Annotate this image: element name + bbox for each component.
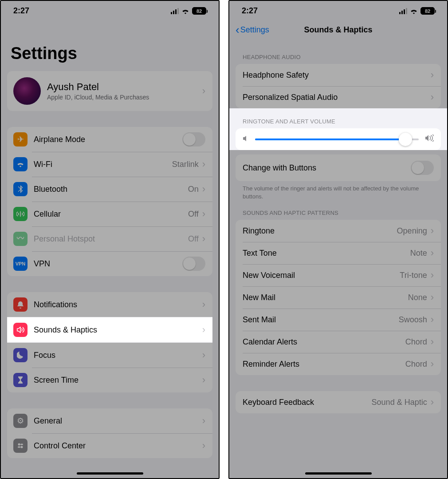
general-row[interactable]: ⚙︎ General › [7, 408, 212, 433]
chevron-right-icon: › [431, 92, 434, 102]
chevron-right-icon: › [202, 159, 205, 169]
change-buttons-group: Change with Buttons [236, 154, 441, 181]
slider-thumb[interactable] [399, 133, 412, 146]
keyboard-feedback-row[interactable]: Keyboard Feedback Sound & Haptic › [236, 391, 441, 413]
cellular-row[interactable]: Cellular Off › [7, 202, 212, 226]
home-indicator[interactable] [305, 472, 372, 475]
pattern-row-new-voicemail[interactable]: New VoicemailTri-tone› [236, 264, 441, 286]
chevron-right-icon: › [202, 300, 205, 309]
pattern-row-calendar-alerts[interactable]: Calendar AlertsChord› [236, 331, 441, 353]
speaker-icon [13, 323, 28, 337]
spatial-audio-row[interactable]: Personalized Spatial Audio › [236, 86, 441, 108]
wifi-icon [181, 8, 189, 14]
bluetooth-icon [13, 182, 28, 196]
focus-row[interactable]: Focus › [7, 343, 212, 368]
profile-sub: Apple ID, iCloud, Media & Purchases [47, 94, 202, 101]
status-bar: 2:27 82 [229, 1, 447, 17]
chevron-right-icon: › [202, 350, 205, 360]
headphone-safety-row[interactable]: Headphone Safety › [236, 64, 441, 86]
vpn-toggle[interactable] [182, 257, 205, 271]
airplane-icon: ✈︎ [13, 132, 28, 146]
wifi-row[interactable]: Wi-Fi Starlink › [7, 152, 212, 177]
patterns-header: Sounds and Haptic Patterns [229, 204, 447, 220]
chevron-right-icon: › [202, 325, 205, 335]
control-center-row[interactable]: Control Center › [7, 433, 212, 458]
nav-bar: ‹ Settings Sounds & Haptics [229, 18, 447, 41]
chevron-right-icon: › [431, 315, 434, 325]
chevron-right-icon: › [202, 416, 205, 426]
battery-icon: 82 [420, 7, 435, 15]
attention-group: Notifications › Sounds & Haptics › Focus… [7, 292, 212, 392]
left-phone: 2:27 82 Settings Ayush Patel Apple ID, i… [0, 0, 220, 479]
home-indicator[interactable] [77, 472, 143, 475]
chevron-right-icon: › [202, 86, 205, 96]
chevron-right-icon: › [431, 337, 434, 347]
change-buttons-footer: The volume of the ringer and alerts will… [229, 181, 447, 204]
change-with-buttons-toggle[interactable] [411, 161, 434, 175]
bluetooth-row[interactable]: Bluetooth On › [7, 177, 212, 202]
speaker-high-icon [425, 135, 434, 144]
chevron-right-icon: › [431, 70, 434, 80]
sounds-haptics-row[interactable]: Sounds & Haptics › [7, 317, 212, 343]
avatar [13, 77, 41, 105]
general-group: ⚙︎ General › Control Center › [7, 408, 212, 458]
headphone-group: Headphone Safety › Personalized Spatial … [236, 64, 441, 108]
chevron-right-icon: › [202, 441, 205, 451]
vpn-icon: VPN [13, 257, 28, 271]
hourglass-icon [13, 373, 28, 387]
svg-rect-2 [20, 444, 23, 445]
chevron-right-icon: › [431, 397, 434, 407]
ringtone-volume-section: Ringtone and Alert Volume [229, 108, 447, 150]
screentime-row[interactable]: Screen Time › [7, 368, 212, 392]
notifications-row[interactable]: Notifications › [7, 292, 212, 317]
chevron-right-icon: › [431, 359, 434, 369]
profile-card[interactable]: Ayush Patel Apple ID, iCloud, Media & Pu… [7, 71, 212, 111]
svg-point-0 [18, 443, 20, 446]
hotspot-icon [13, 232, 28, 246]
keyboard-group: Keyboard Feedback Sound & Haptic › [236, 391, 441, 413]
page-title: Settings [1, 17, 219, 71]
connectivity-group: ✈︎ Airplane Mode Wi-Fi Starlink › Blueto… [7, 127, 212, 276]
airplane-toggle[interactable] [182, 132, 205, 146]
right-phone: 2:27 82 ‹ Settings Sounds & Haptics Head… [228, 0, 448, 479]
svg-point-1 [21, 446, 23, 448]
svg-rect-3 [18, 447, 20, 448]
chevron-right-icon: › [431, 248, 434, 258]
sliders-icon [13, 439, 28, 453]
patterns-group: RingtoneOpening›Text ToneNote›New Voicem… [236, 220, 441, 375]
ringtone-volume-header: Ringtone and Alert Volume [229, 108, 447, 128]
pattern-row-text-tone[interactable]: Text ToneNote› [236, 242, 441, 264]
battery-icon: 82 [192, 7, 206, 15]
chevron-right-icon: › [431, 270, 434, 280]
pattern-row-sent-mail[interactable]: Sent MailSwoosh› [236, 309, 441, 331]
chevron-right-icon: › [202, 375, 205, 385]
cellular-signal-icon [171, 8, 179, 14]
speaker-low-icon [243, 135, 249, 144]
status-bar: 2:27 82 [1, 1, 219, 17]
chevron-right-icon: › [202, 234, 205, 244]
chevron-right-icon: › [431, 293, 434, 302]
cellular-signal-icon [399, 8, 407, 14]
status-time: 2:27 [242, 6, 258, 16]
pattern-row-reminder-alerts[interactable]: Reminder AlertsChord› [236, 353, 441, 375]
profile-name: Ayush Patel [47, 81, 202, 93]
gear-icon: ⚙︎ [13, 414, 28, 428]
volume-slider-card [236, 128, 441, 150]
chevron-right-icon: › [431, 226, 434, 236]
status-time: 2:27 [13, 6, 29, 16]
volume-slider[interactable] [255, 139, 419, 140]
airplane-row[interactable]: ✈︎ Airplane Mode [7, 127, 212, 152]
cellular-icon [13, 207, 28, 221]
hotspot-row[interactable]: Personal Hotspot Off › [7, 226, 212, 251]
wifi-icon [410, 8, 418, 14]
moon-icon [13, 348, 28, 362]
change-with-buttons-row[interactable]: Change with Buttons [236, 154, 441, 181]
vpn-row[interactable]: VPN VPN [7, 251, 212, 276]
bell-icon [13, 297, 28, 312]
chevron-right-icon: › [202, 184, 205, 194]
headphone-audio-header: Headphone Audio [229, 41, 447, 64]
pattern-row-ringtone[interactable]: RingtoneOpening› [236, 220, 441, 242]
back-button[interactable]: ‹ Settings [236, 23, 269, 37]
pattern-row-new-mail[interactable]: New MailNone› [236, 286, 441, 309]
wifi-app-icon [13, 157, 28, 171]
